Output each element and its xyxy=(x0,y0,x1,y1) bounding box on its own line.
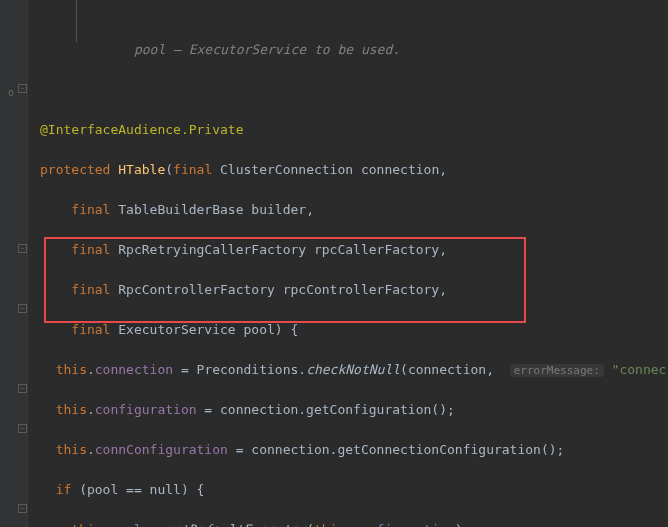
type: TableBuilderBase xyxy=(118,202,243,217)
field: connection xyxy=(95,362,173,377)
code-line[interactable]: pool – ExecutorService to be used. xyxy=(40,40,666,60)
fold-marker[interactable]: - xyxy=(18,244,27,253)
field: configuration xyxy=(95,402,197,417)
kw-this: this xyxy=(314,522,345,527)
kw-this: this xyxy=(56,362,87,377)
editor-gutter: - - - - - - o xyxy=(0,0,28,527)
code-line[interactable]: final ExecutorService pool) { xyxy=(40,320,666,340)
kw-final: final xyxy=(71,322,110,337)
class-ref: Preconditions xyxy=(197,362,299,377)
type: RpcRetryingCallerFactory xyxy=(118,242,306,257)
code-line[interactable]: if (pool == null) { xyxy=(40,480,666,500)
code-line[interactable]: final TableBuilderBase builder, xyxy=(40,200,666,220)
code-line[interactable]: this.pool = getDefaultExecutor(this.conf… xyxy=(40,520,666,527)
code-line[interactable]: final RpcRetryingCallerFactory rpcCaller… xyxy=(40,240,666,260)
param: connection xyxy=(361,162,439,177)
kw-this: this xyxy=(56,442,87,457)
kw-final: final xyxy=(71,242,110,257)
param: pool xyxy=(244,322,275,337)
type: ExecutorService xyxy=(118,322,235,337)
code-line[interactable]: this.configuration = connection.getConfi… xyxy=(40,400,666,420)
code-line[interactable]: this.connConfiguration = connection.getC… xyxy=(40,440,666,460)
expr: connection.getConfiguration(); xyxy=(220,402,455,417)
field: pool xyxy=(110,522,141,527)
type: RpcControllerFactory xyxy=(118,282,275,297)
indent-guide xyxy=(76,0,77,42)
param: rpcCallerFactory xyxy=(314,242,439,257)
override-marker[interactable]: o xyxy=(8,83,20,95)
code-line[interactable]: protected HTable(final ClusterConnection… xyxy=(40,160,666,180)
annotation: @InterfaceAudience xyxy=(40,122,181,137)
constructor-name: HTable xyxy=(118,162,165,177)
fold-marker[interactable]: - xyxy=(18,424,27,433)
kw-final: final xyxy=(71,282,110,297)
kw-final: final xyxy=(173,162,212,177)
param: builder xyxy=(251,202,306,217)
code-line[interactable]: final RpcControllerFactory rpcController… xyxy=(40,280,666,300)
method-call: getDefaultExecutor xyxy=(165,522,306,527)
param: rpcControllerFactory xyxy=(283,282,440,297)
code-editor[interactable]: pool – ExecutorService to be used. @Inte… xyxy=(28,0,666,527)
fold-marker[interactable]: - xyxy=(18,304,27,313)
condition: (pool == null) { xyxy=(79,482,204,497)
kw-protected: protected xyxy=(40,162,110,177)
static-call: checkNotNull xyxy=(306,362,400,377)
type: ClusterConnection xyxy=(220,162,353,177)
fold-marker[interactable]: - xyxy=(18,384,27,393)
field: connConfiguration xyxy=(95,442,228,457)
annotation-member: .Private xyxy=(181,122,244,137)
expr: connection.getConnectionConfiguration(); xyxy=(251,442,564,457)
code-line[interactable] xyxy=(40,80,666,100)
code-line[interactable]: @InterfaceAudience.Private xyxy=(40,120,666,140)
kw-final: final xyxy=(71,202,110,217)
arg: connection xyxy=(408,362,486,377)
field: configuration xyxy=(353,522,455,527)
fold-marker[interactable]: - xyxy=(18,504,27,513)
param-hint: errorMessage: xyxy=(510,364,604,377)
javadoc-param: pool – ExecutorService to be used. xyxy=(134,42,400,57)
kw-if: if xyxy=(56,482,72,497)
string-literal: "connec xyxy=(612,362,667,377)
code-line[interactable]: this.connection = Preconditions.checkNot… xyxy=(40,360,666,380)
kw-this: this xyxy=(56,402,87,417)
kw-this: this xyxy=(71,522,102,527)
